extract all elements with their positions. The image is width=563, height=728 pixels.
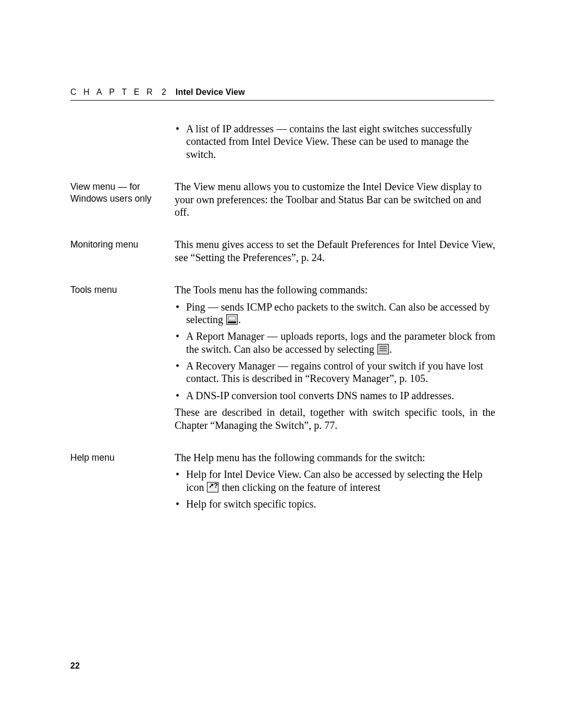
section-monitoring-menu: Monitoring menu This menu gives access t… bbox=[70, 238, 495, 268]
ping-icon bbox=[226, 314, 238, 325]
list-item: Help for switch specific topics. bbox=[175, 498, 495, 510]
list-item-text-b: . bbox=[389, 343, 392, 355]
paragraph: The View menu allows you to customize th… bbox=[175, 180, 495, 218]
list-item-text-b: . bbox=[238, 314, 241, 325]
section-help-menu: Help menu The Help menu has the followin… bbox=[70, 451, 495, 515]
body-view-menu: The View menu allows you to customize th… bbox=[175, 180, 495, 223]
list-item: A Report Manager — uploads reports, logs… bbox=[175, 330, 495, 355]
page-number: 22 bbox=[70, 661, 80, 671]
running-header: CHAPTER2Intel Device View bbox=[70, 88, 494, 101]
body-intro: A list of IP addresses — contains the la… bbox=[175, 122, 495, 165]
list-item-text: A Recovery Manager — regains control of … bbox=[186, 360, 483, 384]
body-help-menu: The Help menu has the following commands… bbox=[175, 451, 495, 515]
list-item-text-b: then clicking on the feature of interest bbox=[219, 482, 380, 493]
margin-label: Help menu bbox=[70, 451, 175, 464]
report-icon bbox=[377, 344, 389, 354]
section-view-menu: View menu — for Windows users only The V… bbox=[70, 180, 495, 223]
chapter-word: CHAPTER bbox=[70, 88, 160, 96]
paragraph: The Tools menu has the following command… bbox=[175, 283, 495, 296]
list-item: A Recovery Manager — regains control of … bbox=[175, 360, 495, 385]
bullet-list: Help for Intel Device View. Can also be … bbox=[175, 468, 495, 510]
chapter-number: 2 bbox=[162, 88, 166, 96]
list-item-text: A list of IP addresses — contains the la… bbox=[186, 123, 472, 160]
margin-label: View menu — for Windows users only bbox=[70, 180, 175, 205]
margin-label: Tools menu bbox=[70, 283, 175, 296]
page-content: A list of IP addresses — contains the la… bbox=[70, 122, 495, 530]
section-intro: A list of IP addresses — contains the la… bbox=[70, 122, 495, 165]
margin-label-empty bbox=[70, 122, 175, 123]
help-icon bbox=[207, 482, 218, 492]
section-tools-menu: Tools menu The Tools menu has the follow… bbox=[70, 283, 495, 436]
paragraph: This menu gives access to set the Defaul… bbox=[175, 238, 495, 264]
paragraph: These are described in detail, together … bbox=[175, 406, 495, 431]
list-item: A list of IP addresses — contains the la… bbox=[175, 122, 495, 161]
document-page: CHAPTER2Intel Device View A list of IP a… bbox=[0, 0, 563, 728]
chapter-title: Intel Device View bbox=[176, 88, 245, 96]
list-item: Help for Intel Device View. Can also be … bbox=[175, 468, 495, 493]
list-item: Ping — sends ICMP echo packets to the sw… bbox=[175, 301, 495, 326]
list-item-text-a: A Report Manager — uploads reports, logs… bbox=[186, 330, 495, 354]
list-item: A DNS-IP conversion tool converts DNS na… bbox=[175, 389, 495, 402]
bullet-list: A list of IP addresses — contains the la… bbox=[175, 122, 495, 161]
body-tools-menu: The Tools menu has the following command… bbox=[175, 283, 495, 436]
margin-label: Monitoring menu bbox=[70, 238, 175, 251]
paragraph: The Help menu has the following commands… bbox=[175, 451, 495, 464]
list-item-text: Help for switch specific topics. bbox=[186, 498, 316, 510]
bullet-list: Ping — sends ICMP echo packets to the sw… bbox=[175, 301, 495, 402]
body-monitoring-menu: This menu gives access to set the Defaul… bbox=[175, 238, 495, 268]
list-item-text: A DNS-IP conversion tool converts DNS na… bbox=[186, 390, 454, 401]
